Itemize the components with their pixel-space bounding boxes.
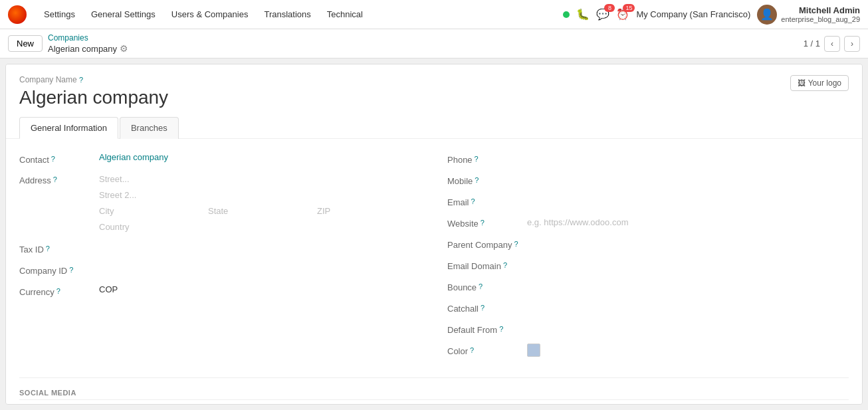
breadcrumb-current: Algerian company ⚙ <box>48 43 128 54</box>
logo-icon: 🖼 <box>798 78 806 88</box>
contact-help-icon[interactable]: ? <box>51 155 55 163</box>
currency-text[interactable]: COP <box>99 284 118 294</box>
catchall-input[interactable] <box>527 301 849 314</box>
company-name-help-icon[interactable]: ? <box>79 76 83 84</box>
breadcrumb-parent[interactable]: Companies <box>48 33 128 43</box>
phone-help-icon[interactable]: ? <box>475 155 479 163</box>
company-name-field-label: Company Name ? <box>19 75 849 84</box>
city-input[interactable] <box>99 205 203 218</box>
activity-notification[interactable]: ⏰ 15 <box>616 8 629 21</box>
user-company: enterprise_blog_aug_29 <box>781 15 860 23</box>
message-notification[interactable]: 💬 8 <box>596 8 609 21</box>
email-domain-field: Email Domain ? <box>447 258 849 272</box>
company-title: Algerian company <box>19 87 849 108</box>
bounce-input[interactable] <box>527 280 849 293</box>
contact-label-text: Contact <box>19 155 49 165</box>
phone-label-text: Phone <box>447 155 473 165</box>
currency-field: Currency ? COP <box>19 284 421 297</box>
city-state-zip-row <box>99 205 421 218</box>
parent-company-input[interactable] <box>527 237 849 251</box>
email-value <box>527 195 849 208</box>
website-help-icon[interactable]: ? <box>481 219 485 227</box>
default-from-help-icon[interactable]: ? <box>499 325 503 333</box>
odoo-logo[interactable] <box>8 5 27 24</box>
bug-icon: 🐛 <box>576 9 590 20</box>
phone-input[interactable] <box>527 152 849 165</box>
mobile-input[interactable] <box>527 173 849 187</box>
website-input[interactable] <box>527 216 849 229</box>
contact-value: Algerian company <box>99 152 421 162</box>
website-label-text: Website <box>447 219 479 229</box>
mobile-label-text: Mobile <box>447 176 473 186</box>
currency-help-icon[interactable]: ? <box>56 287 60 295</box>
email-input[interactable] <box>527 195 849 208</box>
bounce-help-icon[interactable]: ? <box>479 282 483 290</box>
default-from-input[interactable] <box>527 322 849 336</box>
address-label: Address ? <box>19 173 99 185</box>
bounce-label: Bounce ? <box>447 280 527 292</box>
taxid-help-icon[interactable]: ? <box>46 245 50 253</box>
bounce-label-text: Bounce <box>447 282 477 292</box>
default-from-field: Default From ? <box>447 322 849 336</box>
website-field: Website ? <box>447 216 849 229</box>
phone-field: Phone ? <box>447 152 849 165</box>
current-company[interactable]: My Company (San Francisco) <box>636 9 750 19</box>
phone-value <box>527 152 849 165</box>
mobile-help-icon[interactable]: ? <box>475 176 479 184</box>
parent-company-help-icon[interactable]: ? <box>514 240 518 248</box>
taxid-input[interactable] <box>99 242 421 255</box>
tab-branches[interactable]: Branches <box>120 117 179 139</box>
nav-technical[interactable]: Technical <box>320 7 370 22</box>
catchall-label: Catchall ? <box>447 301 527 314</box>
message-badge: 8 <box>604 4 615 12</box>
state-input[interactable] <box>208 205 312 218</box>
country-input[interactable] <box>99 221 421 234</box>
tab-general-information[interactable]: General Information <box>19 117 118 139</box>
user-info: Mitchell Admin enterprise_blog_aug_29 <box>781 5 860 23</box>
breadcrumb-bar: New Companies Algerian company ⚙ 1 / 1 ‹… <box>0 29 868 58</box>
companyid-field: Company ID ? <box>19 263 421 276</box>
next-arrow[interactable]: › <box>844 36 860 52</box>
nav-settings[interactable]: Settings <box>37 7 82 22</box>
default-from-value <box>527 322 849 336</box>
nav-translations[interactable]: Translations <box>257 7 317 22</box>
color-value <box>527 344 849 359</box>
catchall-help-icon[interactable]: ? <box>481 304 485 312</box>
social-media-section-title: SOCIAL MEDIA <box>19 389 849 400</box>
companyid-input[interactable] <box>99 263 421 276</box>
companyid-help-icon[interactable]: ? <box>69 266 73 274</box>
nav-menu: Settings General Settings Users & Compan… <box>37 7 552 22</box>
address-label-text: Address <box>19 175 51 185</box>
new-button[interactable]: New <box>8 35 43 52</box>
prev-arrow[interactable]: ‹ <box>824 36 840 52</box>
mobile-value <box>527 173 849 187</box>
email-help-icon[interactable]: ? <box>471 197 475 205</box>
settings-gear-icon[interactable]: ⚙ <box>120 43 128 54</box>
street-input[interactable] <box>99 173 421 186</box>
color-swatch[interactable] <box>527 344 540 357</box>
default-from-label: Default From ? <box>447 322 527 335</box>
nav-users-companies[interactable]: Users & Companies <box>165 7 255 22</box>
parent-company-field: Parent Company ? <box>447 237 849 251</box>
color-help-icon[interactable]: ? <box>470 346 474 354</box>
logo-btn-label: Your logo <box>808 78 841 88</box>
avatar[interactable]: 👤 <box>757 5 777 25</box>
email-field: Email ? <box>447 195 849 208</box>
contact-link[interactable]: Algerian company <box>99 152 168 162</box>
zip-input[interactable] <box>317 205 421 218</box>
logo-button[interactable]: 🖼 Your logo <box>790 75 849 91</box>
email-domain-help-icon[interactable]: ? <box>503 261 507 269</box>
bug-notification[interactable]: 🐛 <box>576 8 590 21</box>
taxid-field: Tax ID ? <box>19 242 421 255</box>
address-help-icon[interactable]: ? <box>53 175 57 183</box>
taxid-value <box>99 242 421 255</box>
email-label: Email ? <box>447 195 527 207</box>
website-label: Website ? <box>447 216 527 229</box>
email-label-text: Email <box>447 197 469 207</box>
default-from-label-text: Default From <box>447 325 497 335</box>
nav-general-settings[interactable]: General Settings <box>84 7 162 22</box>
email-domain-input[interactable] <box>527 258 849 272</box>
street2-input[interactable] <box>99 189 421 202</box>
left-column: Contact ? Algerian company Address ? <box>19 152 421 367</box>
email-domain-label-text: Email Domain <box>447 261 501 271</box>
